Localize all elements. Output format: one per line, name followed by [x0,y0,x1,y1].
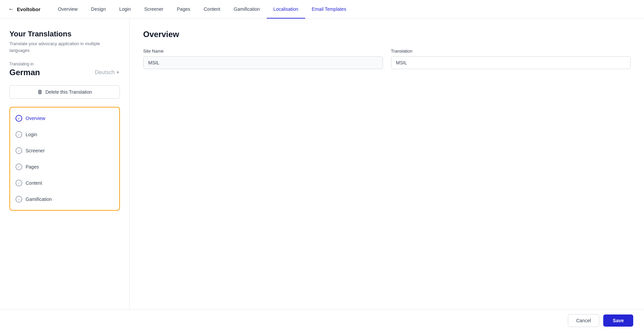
nav-list-item-overview[interactable]: ✓ Overview [10,110,119,126]
nav-list-item-screener-label: Screener [26,148,45,153]
language-main: German [9,68,40,77]
language-selector: German Deutsch ▼ [9,68,120,77]
tab-localisation[interactable]: Localisation [267,0,305,19]
tab-pages[interactable]: Pages [170,0,197,19]
check-circle-content: ✓ [15,180,22,186]
nav-list-item-content[interactable]: ✓ Content [10,175,119,191]
content-title: Overview [143,30,631,39]
nav-list-item-content-label: Content [26,180,42,186]
translation-nav-list: ✓ Overview ✓ Login ✓ Screener ✓ Pages ✓ … [9,107,120,211]
site-name-group: Site Name [143,49,383,69]
nav-list-item-gamification-label: Gamification [26,197,52,202]
site-name-input [143,56,383,69]
cancel-button[interactable]: Cancel [568,314,600,327]
nav-list-item-overview-label: Overview [26,116,45,121]
delete-translation-button[interactable]: 🗑 Delete this Translation [9,85,120,99]
overview-form-row: Site Name Translation [143,49,631,69]
check-circle-gamification: ✓ [15,196,22,203]
nav-list-item-screener[interactable]: ✓ Screener [10,143,119,159]
check-circle-overview: ✓ [15,115,22,122]
tab-gamification[interactable]: Gamification [227,0,267,19]
check-circle-pages: ✓ [15,163,22,170]
nav-list-item-pages-label: Pages [26,164,39,170]
translation-input[interactable] [391,56,631,69]
nav-list-item-login-label: Login [26,132,37,137]
nav-list-item-login[interactable]: ✓ Login [10,126,119,143]
tab-content[interactable]: Content [197,0,227,19]
back-button[interactable]: ← Evoltobor [8,6,40,13]
translation-group: Translation [391,49,631,69]
tab-email-templates[interactable]: Email Templates [305,0,353,19]
check-circle-screener: ✓ [15,147,22,154]
back-arrow-icon: ← [8,6,14,13]
sidebar-subtitle: Translate your advocacy application in m… [9,40,120,54]
main-content: Overview Site Name Translation [130,19,644,331]
site-name-label: Site Name [143,49,383,54]
nav-list-item-gamification[interactable]: ✓ Gamification [10,191,119,207]
app-name: Evoltobor [17,6,40,12]
tab-design[interactable]: Design [84,0,112,19]
language-section: Translating in German Deutsch ▼ [9,62,120,77]
top-nav: ← Evoltobor Overview Design Login Screen… [0,0,644,19]
main-layout: Your Translations Translate your advocac… [0,19,644,331]
chevron-down-icon: ▼ [116,70,120,75]
footer: Cancel Save [0,309,644,331]
language-secondary-label: Deutsch [95,69,115,76]
sidebar-title: Your Translations [9,30,120,38]
translating-in-label: Translating in [9,62,120,66]
trash-icon: 🗑 [37,89,43,95]
check-circle-login: ✓ [15,131,22,138]
language-dropdown[interactable]: Deutsch ▼ [95,69,120,76]
sidebar-header: Your Translations Translate your advocac… [9,30,120,54]
sidebar: Your Translations Translate your advocac… [0,19,130,331]
tab-login[interactable]: Login [112,0,137,19]
nav-list-item-pages[interactable]: ✓ Pages [10,159,119,175]
tab-overview[interactable]: Overview [51,0,84,19]
delete-translation-label: Delete this Translation [45,89,92,95]
save-button[interactable]: Save [603,314,633,327]
nav-tabs: Overview Design Login Screener Pages Con… [51,0,353,19]
translation-label: Translation [391,49,631,54]
tab-screener[interactable]: Screener [137,0,170,19]
